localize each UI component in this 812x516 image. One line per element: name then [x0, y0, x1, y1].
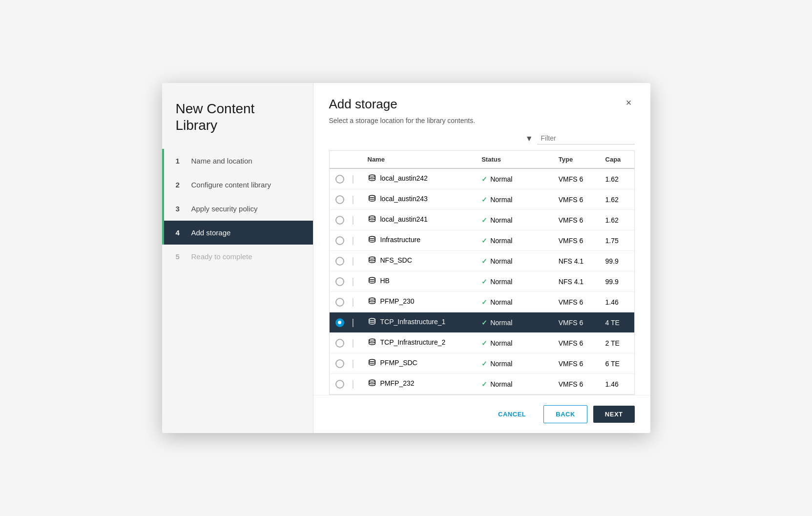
radio-cell[interactable] — [330, 333, 350, 353]
radio-cell[interactable] — [330, 251, 350, 271]
radio-cell[interactable] — [330, 312, 350, 333]
table-row[interactable]: | PMFP_232 ✓ Normal VMFS 6 1.46 — [330, 374, 634, 394]
status-check-icon: ✓ — [481, 360, 487, 368]
divider-cell: | — [350, 312, 362, 333]
table-row[interactable]: | NFS_SDC ✓ Normal NFS 4.1 99.9 — [330, 251, 634, 271]
back-button[interactable]: BACK — [543, 405, 587, 423]
storage-name: PFMP_SDC — [380, 359, 417, 367]
radio-unselected[interactable] — [335, 216, 344, 225]
status-label: Normal — [490, 380, 512, 388]
radio-unselected[interactable] — [335, 298, 344, 307]
db-icon: local_austin243 — [368, 194, 428, 203]
divider-cell: | — [350, 230, 362, 251]
radio-cell[interactable] — [330, 210, 350, 230]
radio-unselected[interactable] — [335, 257, 344, 266]
db-icon: TCP_Infrastructure_2 — [368, 338, 446, 347]
radio-cell[interactable] — [330, 168, 350, 189]
name-cell: PMFP_232 — [362, 374, 476, 394]
status-label: Normal — [490, 360, 512, 368]
capacity-cell: 1.62 — [600, 168, 634, 189]
divider-cell: | — [350, 210, 362, 230]
divider-cell: | — [350, 292, 362, 312]
sidebar-item-step-3[interactable]: 3 Apply security policy — [162, 197, 313, 221]
radio-cell[interactable] — [330, 271, 350, 292]
type-cell: VMFS 6 — [553, 312, 600, 333]
radio-unselected[interactable] — [335, 380, 344, 389]
table-row[interactable]: | TCP_Infrastructure_1 ✓ Normal VMFS 6 4… — [330, 312, 634, 333]
status-check-icon: ✓ — [481, 319, 487, 327]
radio-selected[interactable] — [335, 318, 344, 327]
radio-cell[interactable] — [330, 230, 350, 251]
cancel-button[interactable]: CANCEL — [486, 406, 538, 423]
next-button[interactable]: NEXT — [593, 406, 635, 423]
capacity-cell: 2 TE — [600, 333, 634, 353]
radio-cell[interactable] — [330, 292, 350, 312]
table-row[interactable]: | PFMP_230 ✓ Normal VMFS 6 1.46 — [330, 292, 634, 312]
col-radio — [330, 151, 350, 168]
divider-cell: | — [350, 271, 362, 292]
storage-name: local_austin241 — [380, 215, 428, 223]
storage-name: PFMP_230 — [380, 297, 415, 305]
sidebar-item-step-4[interactable]: 4 Add storage — [162, 221, 313, 245]
step-number-step-3: 3 — [176, 205, 185, 213]
table-row[interactable]: | PFMP_SDC ✓ Normal VMFS 6 6 TE — [330, 353, 634, 374]
capacity-cell: 1.46 — [600, 374, 634, 394]
col-divider — [350, 151, 362, 168]
divider-cell: | — [350, 374, 362, 394]
divider-cell: | — [350, 353, 362, 374]
status-label: Normal — [490, 237, 512, 245]
svg-point-7 — [369, 318, 375, 321]
step-number-step-5: 5 — [176, 252, 185, 261]
status-cell: ✓ Normal — [476, 210, 553, 230]
table-row[interactable]: | local_austin243 ✓ Normal VMFS 6 1.62 — [330, 189, 634, 210]
type-cell: VMFS 6 — [553, 189, 600, 210]
name-cell: local_austin242 — [362, 168, 476, 189]
sidebar-item-step-1[interactable]: 1 Name and location — [162, 149, 313, 173]
type-cell: VMFS 6 — [553, 353, 600, 374]
radio-cell[interactable] — [330, 374, 350, 394]
radio-unselected[interactable] — [335, 359, 344, 368]
radio-unselected[interactable] — [335, 236, 344, 245]
svg-point-5 — [369, 277, 375, 280]
status-cell: ✓ Normal — [476, 189, 553, 210]
status-cell: ✓ Normal — [476, 312, 553, 333]
radio-unselected[interactable] — [335, 195, 344, 204]
capacity-cell: 1.46 — [600, 292, 634, 312]
storage-table: Name Status Type Capa | local_austin242 … — [330, 151, 634, 394]
close-button[interactable]: × — [623, 97, 635, 108]
radio-cell[interactable] — [330, 189, 350, 210]
name-cell: HB — [362, 271, 476, 292]
table-row[interactable]: | TCP_Infrastructure_2 ✓ Normal VMFS 6 2… — [330, 333, 634, 353]
radio-unselected[interactable] — [335, 277, 344, 286]
svg-point-4 — [369, 257, 375, 259]
table-row[interactable]: | HB ✓ Normal NFS 4.1 99.9 — [330, 271, 634, 292]
status-label: Normal — [490, 257, 512, 265]
divider-cell: | — [350, 251, 362, 271]
sidebar-item-step-2[interactable]: 2 Configure content library — [162, 173, 313, 197]
db-icon: PFMP_230 — [368, 297, 415, 306]
main-footer: CANCEL BACK NEXT — [313, 395, 650, 433]
capacity-cell: 6 TE — [600, 353, 634, 374]
status-cell: ✓ Normal — [476, 230, 553, 251]
table-row[interactable]: | local_austin241 ✓ Normal VMFS 6 1.62 — [330, 210, 634, 230]
filter-input[interactable] — [537, 132, 635, 144]
type-cell: VMFS 6 — [553, 292, 600, 312]
radio-unselected[interactable] — [335, 339, 344, 348]
status-cell: ✓ Normal — [476, 374, 553, 394]
table-row[interactable]: | local_austin242 ✓ Normal VMFS 6 1.62 — [330, 168, 634, 189]
name-cell: NFS_SDC — [362, 251, 476, 271]
divider-cell: | — [350, 333, 362, 353]
status-label: Normal — [490, 175, 512, 183]
main-title: Add storage — [329, 97, 397, 112]
status-cell: ✓ Normal — [476, 271, 553, 292]
step-label-step-3: Apply security policy — [191, 205, 258, 213]
step-number-step-4: 4 — [176, 228, 185, 237]
status-check-icon: ✓ — [481, 339, 487, 347]
col-status: Status — [476, 151, 553, 168]
status-label: Normal — [490, 216, 512, 224]
radio-unselected[interactable] — [335, 175, 344, 184]
table-row[interactable]: | Infrastructure ✓ Normal VMFS 6 1.75 — [330, 230, 634, 251]
db-icon: PFMP_SDC — [368, 358, 417, 367]
radio-cell[interactable] — [330, 353, 350, 374]
status-check-icon: ✓ — [481, 298, 487, 306]
